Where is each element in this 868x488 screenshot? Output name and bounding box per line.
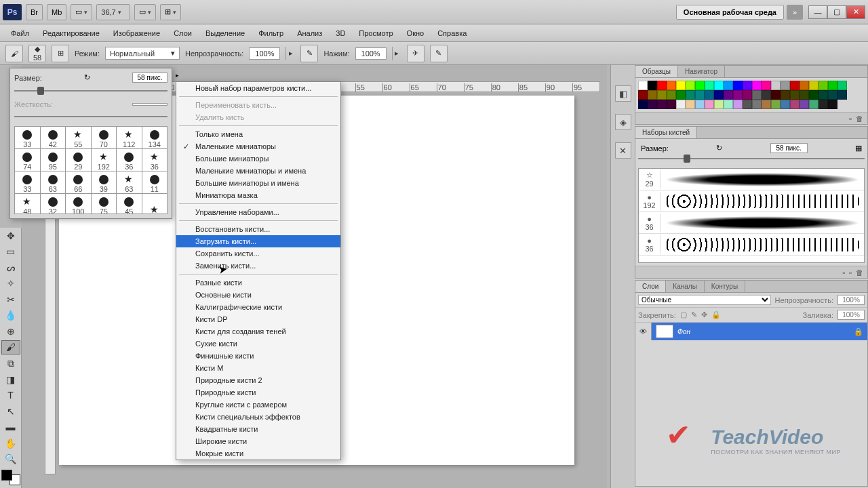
blend-mode-select[interactable]: Нормальный▾ (105, 47, 180, 60)
brush-preset-item[interactable]: ●36 (639, 234, 864, 256)
swatch[interactable] (790, 100, 800, 109)
blend-mode-select[interactable]: Обычные (638, 295, 771, 305)
brush-thumb[interactable]: 48 (15, 194, 40, 214)
ctx-item[interactable]: Финишные кисти (176, 350, 340, 362)
swatch[interactable] (648, 100, 657, 109)
swatch[interactable] (667, 81, 676, 90)
flow-input[interactable]: 100% (355, 47, 387, 60)
trash-icon[interactable]: 🗑 (856, 268, 863, 277)
menu-Окно[interactable]: Окно (400, 26, 431, 40)
swatch[interactable] (762, 90, 771, 100)
swatch[interactable] (800, 90, 809, 100)
ctx-item[interactable]: Мокрые кисти (176, 447, 340, 460)
brush-thumb[interactable] (142, 194, 167, 214)
masks-panel-icon[interactable]: ✕ (615, 142, 631, 159)
swatch[interactable] (818, 90, 828, 100)
swatch[interactable] (752, 100, 762, 109)
swatch[interactable] (714, 81, 724, 90)
ctx-item[interactable]: Управление наборами... (176, 206, 340, 218)
swatch[interactable] (809, 81, 818, 90)
brush-thumb[interactable]: 75 (92, 194, 117, 214)
swatch[interactable] (837, 90, 847, 100)
swatch[interactable] (724, 90, 733, 100)
hand-tool[interactable]: ✋ (1, 436, 20, 451)
swatch[interactable] (771, 81, 781, 90)
swatch[interactable] (724, 81, 733, 90)
swatch[interactable] (676, 81, 686, 90)
brush-thumb[interactable]: 66 (66, 171, 91, 193)
size-reset-icon[interactable]: ↻ (84, 73, 90, 82)
airbrush-toggle[interactable]: ✈ (407, 45, 425, 62)
opacity-input[interactable]: 100% (249, 47, 280, 60)
ctx-item[interactable]: Новый набор параметров кисти... (176, 82, 340, 94)
tab-paths[interactable]: Контуры (705, 281, 745, 292)
swatch[interactable] (771, 90, 781, 100)
swatch[interactable] (705, 81, 714, 90)
preset-size-slider[interactable] (638, 155, 865, 163)
hardness-value[interactable] (132, 103, 167, 106)
brush-thumb[interactable]: 55 (66, 127, 91, 148)
ctx-item[interactable]: Природные кисти 2 (176, 374, 340, 386)
swatch[interactable] (781, 90, 790, 100)
swatch[interactable] (695, 90, 705, 100)
swatch[interactable] (714, 100, 724, 109)
brush-thumb[interactable]: 33 (15, 171, 40, 193)
shape-tool[interactable]: ▬ (1, 420, 20, 434)
swatch[interactable] (818, 81, 828, 90)
layer-row[interactable]: 👁 Фон 🔒 (635, 323, 867, 340)
brush-thumb[interactable]: 192 (92, 149, 117, 171)
ctx-item[interactable]: Кисти DP (176, 313, 340, 325)
tab-channels[interactable]: Каналы (666, 281, 705, 292)
ctx-item[interactable]: Кисти M (176, 362, 340, 374)
ctx-item[interactable]: Кисти специальных эффектов (176, 411, 340, 423)
pressure-opacity-toggle[interactable]: ✎ (300, 45, 318, 62)
opacity-arrow[interactable]: ▸ (285, 47, 295, 60)
crop-tool[interactable]: ✂ (1, 292, 20, 307)
eyedropper-tool[interactable]: 💧 (1, 308, 20, 323)
brush-preset-picker[interactable]: ◆58 (28, 45, 46, 62)
swatch[interactable] (743, 90, 752, 100)
lock-pixels-icon[interactable]: ▢ (680, 310, 687, 319)
brush-thumb[interactable]: 74 (15, 149, 40, 171)
trash-icon[interactable]: 🗑 (856, 115, 863, 123)
ctx-item[interactable]: Восстановить кисти... (176, 223, 340, 235)
ctx-item[interactable]: Круглые кисти с размером (176, 399, 340, 411)
wand-tool[interactable]: ✧ (1, 277, 20, 291)
swatch[interactable] (828, 90, 837, 100)
brush-thumb[interactable]: 70 (92, 127, 117, 148)
layer-name[interactable]: Фон (677, 328, 854, 336)
lock-move-icon[interactable]: ✥ (701, 310, 707, 319)
swatch[interactable] (724, 100, 733, 109)
flow-arrow[interactable]: ▸ (392, 47, 401, 60)
preset-toggle-icon[interactable]: ▦ (855, 144, 862, 152)
swatch[interactable] (762, 100, 771, 109)
swatch[interactable] (657, 100, 667, 109)
swatch[interactable] (743, 81, 752, 90)
swatches-grid[interactable] (638, 81, 865, 109)
swatch[interactable] (667, 100, 676, 109)
extras-dropdown[interactable]: ⊞ (160, 4, 181, 20)
swatch[interactable] (828, 81, 837, 90)
menu-Выделение[interactable]: Выделение (199, 26, 252, 40)
new-brush-icon[interactable]: ▫ (842, 268, 845, 277)
workspace-expand[interactable]: » (787, 5, 803, 20)
swatch[interactable] (771, 100, 781, 109)
swatch[interactable] (781, 81, 790, 90)
swatch[interactable] (638, 100, 648, 109)
hardness-slider[interactable] (14, 113, 167, 121)
menu-Редактирование[interactable]: Редактирование (36, 26, 106, 40)
brush-thumb[interactable]: 63 (117, 171, 142, 193)
swatch[interactable] (733, 81, 743, 90)
swatch[interactable] (752, 81, 762, 90)
stamp-tool[interactable]: ⧉ (1, 356, 20, 371)
brush-thumbnails-grid[interactable]: 3342557011213474952919236363363663963114… (14, 126, 167, 214)
brush-thumb[interactable]: 36 (117, 149, 142, 171)
screen-mode-dropdown[interactable]: ▭ (134, 4, 156, 20)
ctx-item[interactable]: Только имена (176, 128, 340, 140)
swatch[interactable] (705, 90, 714, 100)
color-panel-icon[interactable]: ◧ (615, 85, 631, 102)
brush-thumb[interactable]: 11 (142, 171, 167, 193)
swatch[interactable] (657, 90, 667, 100)
brush-thumb[interactable]: 33 (15, 127, 40, 148)
swatch[interactable] (695, 100, 705, 109)
